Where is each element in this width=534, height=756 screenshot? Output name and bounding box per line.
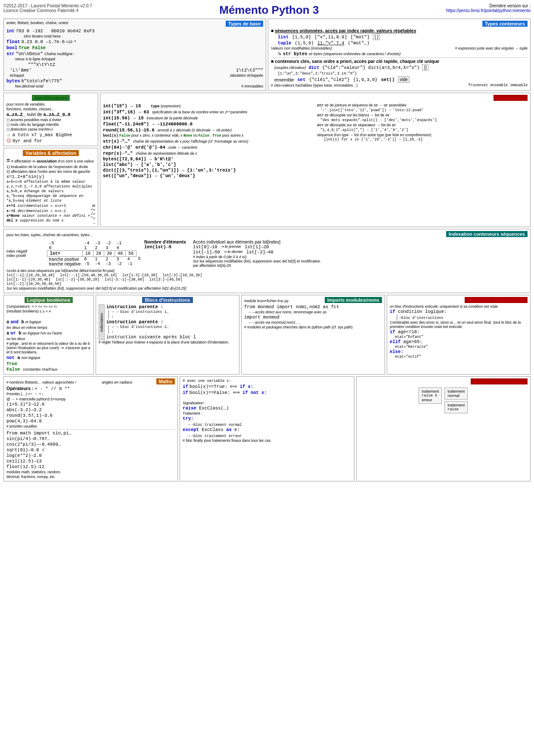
bad-icon: ☹	[6, 138, 11, 143]
if-kw2: if	[390, 329, 395, 334]
except-kw: except	[183, 427, 199, 432]
slices-block2: lst[1:-1]→[20,30,40] lst[::-2]→[50,30,10…	[6, 278, 528, 282]
seq-bullet: ■	[271, 28, 275, 33]
truefale-row: True False constantes Vrai/Faux	[6, 361, 91, 372]
lst-v0: 10	[82, 250, 93, 256]
copyright: ©2012-2017 - Laurent Pointal Mémento v2.…	[3, 3, 92, 8]
slice-0: lst[:-1]→[10,20,30,40]	[6, 273, 55, 278]
id-az2: a…zA…Z_0…9	[43, 112, 71, 117]
angles-note: angles en radians	[102, 380, 132, 384]
if-age: if age<=18:	[390, 329, 528, 334]
str3-row: str str découpée sur les blancs → list d…	[317, 113, 528, 118]
affec-note: par affectation lst[4]=25	[193, 263, 320, 268]
if-bool-row2: if bool(x)==False: ⟺ if not x:	[183, 390, 351, 395]
tn-v4: -1	[126, 262, 137, 266]
bytes1-code: bytes([72,9,64]) → b'H\t@'	[103, 156, 174, 162]
tn-v2: -3	[104, 262, 115, 266]
else-kw: else:	[390, 349, 404, 354]
lst0-ex: lst[0]→10	[193, 244, 217, 250]
import1-note: →→accès via monmod.nom1 …	[248, 320, 382, 325]
list-ex1: [1,5,9]	[292, 34, 311, 40]
or-row: a or b ou logique l'un ou l'autreou les …	[6, 330, 91, 341]
var-ex4: a,b=b,a échange de valeurs	[6, 189, 95, 194]
join1-code: ':'.join(['toto','12','pswd']) → 'toto:1…	[320, 108, 424, 112]
bytes-note-text: hex.décimal octal	[15, 84, 43, 88]
bloc-normal-text: →bloc traitement normal	[191, 423, 242, 427]
list-ex3: ["mot"]	[351, 34, 369, 40]
tuple-ex2: 11,"y",7.4	[317, 41, 345, 46]
str-ml2: 'L\'âme'	[10, 68, 31, 73]
bloc1-text: → → bloc d'instructions 1…	[112, 310, 236, 314]
nombre-elements: Nombre d'éléments	[144, 239, 186, 244]
sqrt1: sqrt(81)→9.0 √	[6, 447, 175, 453]
id-note2: fonctions, modules, classes…	[6, 107, 95, 111]
slices-block3: lst[::2]→[10,20,30,40,50]	[6, 282, 528, 286]
int-example: 783 0 -192 0b010 0o642 0xF3	[16, 28, 95, 34]
tp-v1: 1	[93, 256, 104, 262]
comp-row: Comparateurs: < > <= >= == !=	[6, 304, 91, 309]
set-label-text: ensemble	[274, 77, 294, 82]
bool1-code: bool(x)	[103, 134, 118, 138]
maths-section: # nombres flottants… valeurs approchées …	[3, 376, 178, 481]
cond-section: Instruction conditionnelle un bloc d'ins…	[387, 295, 531, 375]
header-center: Mémento Python 3	[219, 3, 319, 17]
lst-v4: 50	[126, 250, 137, 256]
index0-note: # Index à partir de 0 (de 0 à 4 ici)	[193, 255, 320, 259]
chr1-row: chr(64)→'@' ord('@')→64 code ↔ caractère	[103, 144, 314, 150]
index-rows: index négatif index positif -5 -4 -3 -2 …	[6, 239, 528, 268]
none-row: x=None valeur constante « non défini »	[6, 214, 90, 218]
list-kw: list	[278, 34, 289, 40]
or-kw: or	[10, 331, 19, 336]
prio-val: ×÷ ↑ +↓	[28, 392, 43, 397]
page-header: ©2012-2017 - Laurent Pointal Mémento v2.…	[3, 3, 531, 17]
split2-row: "1,4,8,2".split(",") → ['1','4','8','2']	[320, 128, 528, 132]
not-note: non logique	[21, 356, 40, 360]
dict1-row: dict([(3,"trois"),(1,"un")]) → {1:'un',3…	[103, 168, 314, 173]
int-label: int	[6, 28, 15, 34]
round2: round(3.57,1)→3.6	[6, 413, 175, 418]
bool-label: bool	[6, 45, 17, 50]
not-a: a	[17, 355, 20, 360]
et-label: et	[91, 203, 95, 208]
len-access-block: Nombre d'éléments len(lst)→5 Accès indiv…	[144, 239, 528, 268]
pos-v1: 1	[82, 246, 93, 251]
left-column: Identificateurs pour noms de variables, …	[3, 93, 98, 227]
acces-sous: Accès à des sous-séquences par lst[tranc…	[6, 269, 528, 273]
math-sep	[6, 429, 175, 430]
from1-row: from monmod import nom1,nom2 as fct	[244, 304, 382, 309]
id-ok: ☺ a toto x7 y_max BigOne	[6, 132, 95, 137]
neg-v1: -4	[82, 241, 93, 246]
str1-code: str(x)→"…"	[103, 139, 130, 144]
bloc-arrow: →bloc d'instructions	[399, 316, 443, 320]
try-kw: try:	[183, 416, 193, 421]
if-not-x: if not x:	[242, 390, 267, 395]
dict1-code: dict([(3,"trois"),(1,"un")]) → {1:'un',3…	[103, 168, 236, 173]
len-ex: len(lst)→5	[144, 244, 186, 250]
tranche-pos-label: tranche positive	[47, 256, 83, 262]
bad-examples: 8yr and for	[12, 138, 42, 144]
str-bytes-label: str bytes	[283, 51, 307, 56]
type1-label: type (expression)	[151, 104, 181, 108]
conversions-grid: int("15") → 15 type (expression) int("3f…	[103, 103, 528, 179]
join1-row: ':'.join(['toto','12','pswd']) → 'toto:1…	[320, 108, 528, 112]
dict-val: {1:"un",3:"deux",2:"trois",3.14:"π"}	[278, 72, 357, 76]
plus-eq: +=	[91, 208, 95, 212]
indent-label: indentation	[99, 304, 105, 340]
normal-normal: normal	[447, 394, 465, 398]
str2-row: str str de jointure et séquence de str →…	[317, 103, 528, 108]
split1-row: "des mots espacés".split() → ['des','mot…	[320, 118, 528, 122]
split1-code: "des mots espacés".split() → ['des','mot…	[320, 118, 437, 122]
tn-v1: -4	[93, 262, 104, 266]
modules2: decimal, fractions, numpy, etc.	[6, 475, 175, 479]
raise-raise: raise	[447, 407, 465, 412]
neg-v0: -5	[47, 241, 83, 246]
seq-ordered-note: ■ séquences ordonnées, accès par index r…	[271, 28, 528, 33]
conversions-title: Conversions	[494, 95, 528, 101]
if-age-cond: age<=18:	[398, 329, 419, 334]
raise1-row: raise ExcClass(…)	[183, 406, 351, 411]
set1-code: set(["un","deux"]) → {'un','deux'}	[103, 173, 195, 178]
tuple-row: tuple (1,5,9) 11,"y",7.4 ("mot",)	[271, 41, 528, 46]
str-label: str	[6, 51, 15, 56]
tuple-immutable-note: Valeurs non modifiables (immutables)	[271, 46, 332, 50]
int-bases: zéro binaire octal hexa	[24, 34, 263, 38]
